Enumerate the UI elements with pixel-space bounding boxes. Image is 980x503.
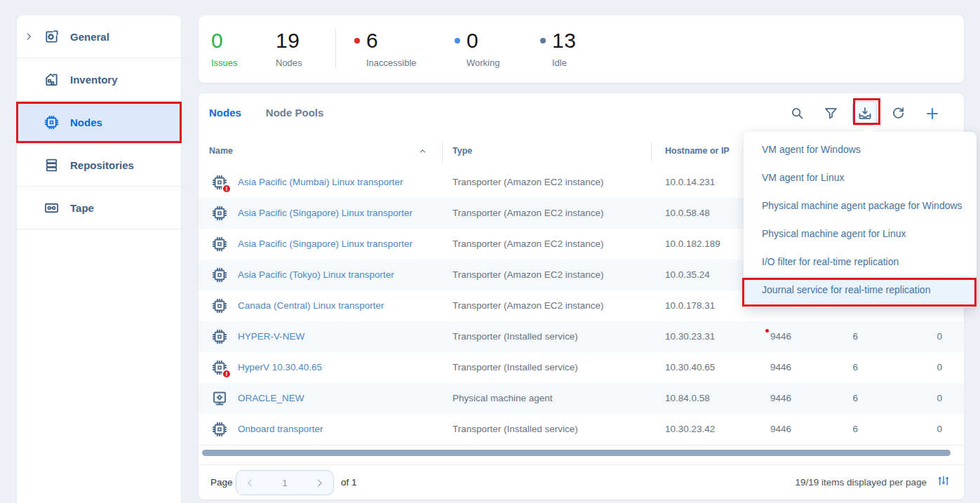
chip-icon <box>211 267 228 283</box>
sidebar-item-general[interactable]: General <box>17 15 181 58</box>
node-name-link[interactable]: ORACLE_NEW <box>238 393 304 403</box>
sidebar: General Inventory Nodes Repositories Tap… <box>17 15 181 503</box>
node-name-link[interactable]: HyperV 10.30.40.65 <box>238 362 322 373</box>
menu-item-io-filter[interactable]: I/O filter for real-time replication <box>744 248 976 276</box>
physical-machine-icon <box>211 390 228 407</box>
menu-item-vm-agent-windows[interactable]: VM agent for Windows <box>744 135 976 163</box>
column-divider <box>651 142 652 162</box>
panel-toolbar <box>785 101 944 126</box>
sidebar-item-inventory[interactable]: Inventory <box>17 58 181 101</box>
stat-inaccessible: 6 Inaccessible <box>354 29 417 68</box>
node-name-link[interactable]: HYPER-V-NEW <box>238 331 304 342</box>
column-header-type[interactable]: Type <box>452 146 472 156</box>
node-type: Transporter (Amazon EC2 instance) <box>452 177 604 187</box>
node-name-link[interactable]: Asia Pacific (Mumbai) Linux transporter <box>238 177 403 187</box>
refresh-icon[interactable] <box>886 101 911 126</box>
node-type: Transporter (Installed service) <box>452 362 578 373</box>
node-hostname: 10.30.40.65 <box>665 362 715 373</box>
node-count: 0 <box>914 393 942 403</box>
node-port: 9446 <box>739 424 791 434</box>
stats-divider <box>335 29 336 69</box>
node-type: Transporter (Amazon EC2 instance) <box>452 300 604 311</box>
table-row[interactable]: HYPER-V-NEW Transporter (Installed servi… <box>199 321 964 352</box>
idle-label: Idle <box>552 58 576 68</box>
working-count: 0 <box>466 29 478 52</box>
stat-working: 0 Working <box>455 29 499 68</box>
previous-page-icon[interactable] <box>245 478 255 488</box>
add-icon[interactable] <box>920 101 944 126</box>
node-name-link[interactable]: Canada (Central) Linux transporter <box>238 300 384 311</box>
chip-icon: ! <box>211 359 228 376</box>
table-row[interactable]: ORACLE_NEW Physical machine agent 10.84.… <box>199 383 964 414</box>
sidebar-item-label: General <box>70 31 109 43</box>
node-type: Transporter (Amazon EC2 instance) <box>452 208 604 218</box>
tab-nodes[interactable]: Nodes <box>209 107 241 119</box>
next-page-icon[interactable] <box>314 478 325 488</box>
menu-item-journal-service[interactable]: Journal service for real-time replicatio… <box>744 276 976 304</box>
search-icon[interactable] <box>785 101 810 126</box>
filter-icon[interactable] <box>819 101 843 126</box>
node-count: 0 <box>914 424 942 434</box>
pagination-bar: Page 1 of 1 19/19 items displayed per pa… <box>199 464 964 499</box>
general-gear-window-icon <box>41 29 62 45</box>
issues-label: Issues <box>211 58 238 68</box>
inventory-icon <box>41 72 62 88</box>
node-count: 6 <box>830 331 858 342</box>
column-header-name[interactable]: Name <box>209 146 233 156</box>
node-port: 9446 <box>739 362 791 373</box>
node-type: Transporter (Installed service) <box>452 424 578 434</box>
tab-node-pools[interactable]: Node Pools <box>266 107 324 119</box>
inaccessible-dot-icon <box>354 38 360 43</box>
sidebar-item-label: Inventory <box>70 74 118 86</box>
node-port: 9446 <box>739 393 791 403</box>
table-row[interactable]: Onboard transporter Transporter (Install… <box>199 414 964 445</box>
node-hostname: 10.84.0.58 <box>665 393 710 403</box>
column-divider <box>442 142 443 162</box>
node-name-link[interactable]: Asia Pacific (Tokyo) Linux transporter <box>238 269 394 280</box>
sidebar-item-label: Repositories <box>70 159 134 171</box>
menu-item-physical-agent-package-windows[interactable]: Physical machine agent package for Windo… <box>744 192 976 220</box>
sidebar-item-label: Nodes <box>70 116 102 128</box>
chip-icon <box>211 328 228 345</box>
horizontal-scrollbar[interactable] <box>202 450 951 456</box>
table-row[interactable]: ! HyperV 10.30.40.65 Transporter (Instal… <box>199 352 964 383</box>
menu-item-physical-agent-linux[interactable]: Physical machine agent for Linux <box>744 220 976 248</box>
panel-tabs: Nodes Node Pools <box>209 93 323 132</box>
node-count: 6 <box>830 362 858 373</box>
node-count: 6 <box>830 393 858 403</box>
chip-icon <box>41 114 62 130</box>
node-hostname: 10.0.178.31 <box>665 300 715 311</box>
sidebar-item-nodes[interactable]: Nodes <box>17 101 181 144</box>
inaccessible-count: 6 <box>366 29 378 52</box>
node-name-link[interactable]: Asia Pacific (Singapore) Linux transport… <box>238 208 412 218</box>
tape-icon <box>41 200 62 216</box>
chip-icon <box>211 236 228 253</box>
stack-icon <box>41 157 62 173</box>
table-bottom-divider <box>199 445 964 445</box>
sidebar-item-repositories[interactable]: Repositories <box>17 144 181 187</box>
stat-nodes: 19 Nodes <box>276 29 302 68</box>
column-header-hostname[interactable]: Hostname or IP <box>665 146 730 156</box>
sliders-icon[interactable] <box>937 474 950 487</box>
error-badge: ! <box>222 369 231 379</box>
nodes-count: 19 <box>276 29 302 52</box>
chip-icon: ! <box>211 174 228 191</box>
node-type: Physical machine agent <box>452 393 553 403</box>
idle-dot-icon <box>540 38 546 43</box>
node-hostname: 10.0.35.24 <box>665 269 710 280</box>
error-badge: ! <box>222 184 231 194</box>
sidebar-item-tape[interactable]: Tape <box>17 187 181 229</box>
node-hostname: 10.0.58.48 <box>665 208 710 218</box>
menu-item-vm-agent-linux[interactable]: VM agent for Linux <box>744 163 976 192</box>
node-hostname: 10.0.14.231 <box>665 177 715 187</box>
stat-idle: 13 Idle <box>540 29 576 68</box>
download-icon[interactable] <box>852 101 877 126</box>
chip-icon <box>211 421 228 438</box>
node-name-link[interactable]: Onboard transporter <box>238 424 323 434</box>
page-number-input[interactable]: 1 <box>282 478 288 488</box>
idle-count: 13 <box>552 29 576 52</box>
node-name-link[interactable]: Asia Pacific (Singapore) Linux transport… <box>238 239 412 249</box>
expand-chevron-icon[interactable] <box>17 32 41 41</box>
page-total-label: of 1 <box>341 477 357 488</box>
sort-asc-icon[interactable] <box>418 147 427 156</box>
